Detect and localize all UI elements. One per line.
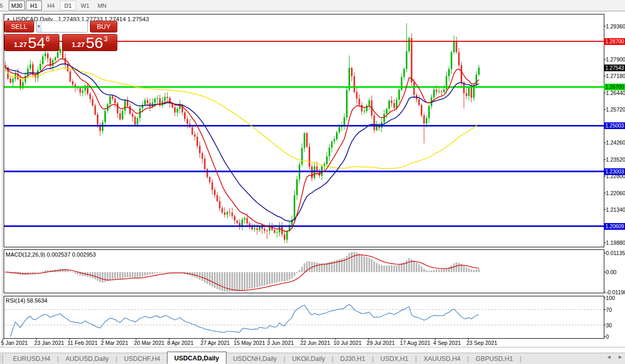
tab-scroll-nav: ◀ ▶ bbox=[607, 355, 622, 359]
sell-price-button[interactable]: 1.27 54 6 bbox=[4, 34, 59, 51]
tab-usdcnh[interactable]: USDCNH,Daily bbox=[226, 353, 284, 364]
volume-input[interactable] bbox=[41, 21, 88, 32]
date-axis-label: 27 Apr 2021 bbox=[201, 340, 230, 346]
price-tick-label: 1.29360 bbox=[606, 23, 625, 29]
volume-decrease-button[interactable]: ▼ bbox=[37, 21, 41, 32]
date-axis-label: 22 Jun 2021 bbox=[300, 340, 330, 346]
date-axis-label: 4 Sep 2021 bbox=[433, 340, 461, 346]
symbol-tab-bar: EURUSD,H4|AUDUSD,Daily|USDCHF,H4USDCAD,D… bbox=[0, 353, 625, 364]
price-level-badge: 1.26700 bbox=[604, 84, 625, 90]
candles-layer bbox=[5, 23, 480, 243]
tab-audusd[interactable]: AUDUSD,Daily bbox=[59, 353, 116, 364]
tab-separator: | bbox=[520, 355, 521, 362]
sell-price-prefix: 1.27 bbox=[14, 41, 27, 49]
price-level-badge: 1.27543 bbox=[604, 65, 625, 71]
trade-panel-controls: SELL ▼ ▲ BUY bbox=[4, 21, 117, 33]
mt4-window: 15M30H1H4D1W1MN ▲ USDCAD,Daily 1.27493 1… bbox=[0, 0, 625, 364]
tab-scroll-right-icon[interactable]: ▶ bbox=[619, 355, 622, 359]
price-tick-label: 1.27900 bbox=[606, 56, 625, 62]
rsi-tick-label: 0 bbox=[606, 334, 609, 340]
price-tick-label: 1.25720 bbox=[606, 106, 625, 113]
rsi-tick-label: 70 bbox=[606, 307, 612, 313]
date-axis-label: 8 Apr 2021 bbox=[167, 340, 194, 346]
date-axis-label: 23 Jan 2021 bbox=[34, 340, 64, 346]
price-tick-label: 1.23520 bbox=[606, 156, 625, 163]
volume-spinner: ▼ ▲ bbox=[36, 21, 88, 33]
trade-panel-prices: 1.27 54 6 1.27 56 3 bbox=[4, 34, 117, 51]
macd-layer bbox=[5, 252, 480, 292]
price-level-badge: 1.23003 bbox=[604, 168, 625, 175]
price-level-badge: 1.20609 bbox=[604, 223, 625, 230]
tab-usdchf[interactable]: USDCHF,H4 bbox=[117, 353, 167, 364]
date-axis-label: 10 Jul 2021 bbox=[333, 340, 361, 346]
sell-price-big-digits: 54 bbox=[28, 35, 45, 50]
tab-xauusd[interactable]: XAUUSD,H4 bbox=[417, 353, 467, 364]
price-tick-label: 1.21340 bbox=[606, 207, 625, 213]
price-level-badge: 1.25003 bbox=[604, 122, 625, 129]
macd-legend: MACD(12,26,9) 0.002537 0.002953 bbox=[6, 251, 96, 258]
tab-scroll-left-icon[interactable]: ◀ bbox=[607, 355, 611, 359]
buy-button[interactable]: BUY bbox=[90, 21, 117, 33]
rsi-tick-label: 30 bbox=[606, 322, 612, 328]
one-click-trade-panel: SELL ▼ ▲ BUY 1.27 54 6 1.27 56 3 bbox=[4, 21, 117, 51]
buy-price-big-digits: 56 bbox=[86, 35, 103, 50]
sell-price-pip-digit: 6 bbox=[45, 35, 50, 42]
macd-tick-label: 0.00 bbox=[606, 269, 616, 275]
tab-ukoil[interactable]: UKOil,Daily bbox=[285, 353, 332, 364]
tab-dj30[interactable]: DJ30,H1 bbox=[333, 353, 372, 364]
rsi-legend: RSI(14) 58.5634 bbox=[6, 297, 48, 304]
tab-gbpusd[interactable]: GBPUSD,H1 bbox=[469, 353, 520, 364]
tab-eurusd[interactable]: EURUSD,H4 bbox=[6, 353, 57, 364]
date-axis-label: 3 Jun 2021 bbox=[267, 340, 294, 346]
price-tick-label: 1.26440 bbox=[606, 90, 625, 96]
date-axis-label: 11 Feb 2021 bbox=[68, 340, 98, 346]
tab-usdcad[interactable]: USDCAD,Daily bbox=[167, 352, 226, 364]
chart-canvas[interactable] bbox=[0, 0, 625, 364]
date-axis-label: 2 Mar 2021 bbox=[101, 340, 128, 346]
date-axis-label: 15 May 2021 bbox=[234, 340, 265, 346]
date-axis-label: 5 Jan 2021 bbox=[1, 340, 28, 346]
price-tick-label: 1.24260 bbox=[606, 139, 625, 146]
date-axis-label: 23 Sep 2021 bbox=[466, 340, 497, 346]
price-tick-label: 1.19880 bbox=[606, 240, 625, 246]
date-axis-label: 20 Mar 2021 bbox=[134, 340, 164, 346]
rsi-layer bbox=[4, 305, 604, 337]
buy-price-prefix: 1.27 bbox=[72, 41, 85, 49]
buy-price-button[interactable]: 1.27 56 3 bbox=[62, 34, 117, 51]
date-axis-label: 29 Jul 2021 bbox=[367, 340, 394, 346]
macd-tick-label: 0.01135 bbox=[606, 250, 625, 256]
moving-averages-layer bbox=[6, 59, 479, 231]
date-axis-label: 17 Aug 2021 bbox=[400, 340, 431, 346]
price-tick-label: 1.22060 bbox=[606, 190, 625, 196]
price-tick-label: 1.27180 bbox=[606, 73, 625, 79]
rsi-tick-label: 100 bbox=[606, 295, 615, 301]
buy-price-pip-digit: 3 bbox=[103, 35, 108, 42]
price-level-badge: 1.28700 bbox=[604, 38, 625, 45]
sell-button[interactable]: SELL bbox=[4, 21, 34, 33]
tab-scroll-notch[interactable] bbox=[0, 354, 3, 363]
tab-usdx[interactable]: USDX,H1 bbox=[374, 353, 415, 364]
